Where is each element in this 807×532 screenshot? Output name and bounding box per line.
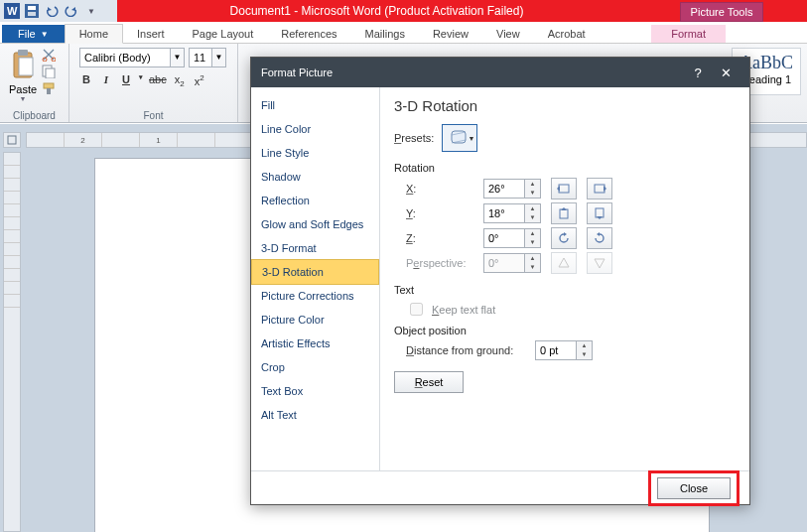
- rotate-y-down-icon[interactable]: [587, 202, 612, 224]
- presets-dropdown[interactable]: ▼: [442, 124, 477, 152]
- font-size-input[interactable]: [189, 48, 212, 67]
- nav-picture-corrections[interactable]: Picture Corrections: [251, 284, 379, 308]
- paste-label[interactable]: Paste: [9, 83, 37, 95]
- tab-mailings[interactable]: Mailings: [351, 25, 419, 43]
- tab-acrobat[interactable]: Acrobat: [534, 25, 600, 43]
- qat-dropdown-icon[interactable]: ▼: [82, 2, 100, 20]
- vertical-ruler[interactable]: [3, 152, 21, 532]
- window-title: Document1 - Microsoft Word (Product Acti…: [117, 0, 636, 22]
- rotate-y-up-icon[interactable]: [551, 202, 577, 224]
- chevron-down-icon: ▼: [468, 135, 474, 142]
- nav-artistic-effects[interactable]: Artistic Effects: [251, 332, 379, 355]
- tab-review[interactable]: Review: [419, 25, 482, 43]
- svg-rect-14: [8, 136, 16, 144]
- tab-references[interactable]: References: [267, 25, 350, 43]
- svg-rect-6: [18, 50, 28, 56]
- nav-glow[interactable]: Glow and Soft Edges: [251, 212, 379, 236]
- nav-3d-rotation[interactable]: 3-D Rotation: [251, 259, 379, 285]
- svg-rect-17: [595, 185, 605, 193]
- svg-rect-16: [559, 185, 569, 193]
- redo-icon[interactable]: [63, 2, 80, 20]
- file-tab-label: File: [18, 28, 36, 40]
- quick-access-toolbar: W ▼: [0, 0, 117, 22]
- panel-heading: 3-D Rotation: [394, 97, 736, 114]
- x-spinner[interactable]: ▲▼: [483, 179, 541, 199]
- bold-button[interactable]: B: [79, 73, 93, 88]
- group-label-font: Font: [69, 110, 237, 121]
- nav-line-color[interactable]: Line Color: [251, 117, 379, 141]
- distance-spinner[interactable]: ▲▼: [535, 340, 593, 360]
- rotation-section-label: Rotation: [394, 162, 736, 174]
- reset-button[interactable]: Reset: [394, 371, 464, 393]
- tab-view[interactable]: View: [482, 25, 534, 43]
- svg-rect-7: [19, 58, 33, 75]
- strikethrough-button[interactable]: abc: [149, 73, 167, 88]
- y-label: Y:: [406, 207, 473, 219]
- svg-rect-11: [46, 68, 55, 78]
- file-tab[interactable]: File ▼: [2, 25, 65, 43]
- x-label: X:: [406, 183, 473, 195]
- subscript-button[interactable]: x2: [173, 73, 187, 88]
- highlight-annotation: Close: [648, 470, 740, 506]
- tab-format[interactable]: Format: [651, 25, 726, 43]
- nav-3d-format[interactable]: 3-D Format: [251, 236, 379, 260]
- distance-from-ground-label: Distance from ground:: [406, 344, 525, 356]
- nav-text-box[interactable]: Text Box: [251, 379, 379, 403]
- presets-label: Presets:: [394, 132, 434, 144]
- perspective-down-icon: [587, 252, 612, 274]
- rotate-x-right-icon[interactable]: [587, 178, 612, 200]
- z-label: Z:: [406, 232, 473, 244]
- tab-home[interactable]: Home: [65, 24, 123, 44]
- nav-line-style[interactable]: Line Style: [251, 141, 379, 165]
- paste-dropdown-icon[interactable]: ▼: [20, 95, 27, 102]
- nav-shadow[interactable]: Shadow: [251, 165, 379, 189]
- nav-reflection[interactable]: Reflection: [251, 189, 379, 212]
- svg-rect-4: [28, 12, 36, 16]
- text-section-label: Text: [394, 284, 736, 296]
- copy-icon[interactable]: [42, 65, 56, 78]
- cut-icon[interactable]: [42, 48, 56, 62]
- y-spinner[interactable]: ▲▼: [483, 203, 541, 223]
- contextual-tab-label: Picture Tools: [680, 2, 764, 22]
- dialog-title: Format Picture: [261, 66, 333, 78]
- tab-insert[interactable]: Insert: [123, 25, 179, 43]
- svg-rect-13: [47, 88, 51, 94]
- nav-crop[interactable]: Crop: [251, 355, 379, 379]
- chevron-down-icon: ▼: [41, 30, 49, 39]
- rotate-z-ccw-icon[interactable]: [551, 227, 577, 249]
- keep-text-flat-label: Keep text flat: [432, 304, 495, 316]
- help-icon[interactable]: ?: [684, 66, 712, 80]
- save-icon[interactable]: [23, 2, 41, 20]
- format-painter-icon[interactable]: [42, 81, 56, 95]
- rotate-x-left-icon[interactable]: [551, 178, 577, 200]
- z-spinner[interactable]: ▲▼: [483, 228, 541, 248]
- svg-rect-19: [596, 208, 604, 217]
- perspective-label: Perspective:: [406, 257, 473, 269]
- perspective-spinner: ▲▼: [483, 253, 541, 273]
- undo-icon[interactable]: [43, 2, 61, 20]
- group-label-clipboard: Clipboard: [0, 110, 68, 121]
- dialog-nav: Fill Line Color Line Style Shadow Reflec…: [251, 87, 380, 470]
- superscript-button[interactable]: x2: [193, 73, 206, 88]
- nav-fill[interactable]: Fill: [251, 93, 379, 117]
- object-position-section-label: Object position: [394, 325, 736, 336]
- close-icon[interactable]: ✕: [712, 66, 740, 80]
- nav-alt-text[interactable]: Alt Text: [251, 403, 379, 427]
- close-button[interactable]: Close: [657, 477, 731, 499]
- svg-rect-3: [28, 6, 36, 10]
- font-name-input[interactable]: [79, 48, 171, 67]
- ruler-corner[interactable]: [3, 132, 21, 148]
- underline-button[interactable]: U: [119, 73, 133, 88]
- nav-picture-color[interactable]: Picture Color: [251, 308, 379, 332]
- keep-text-flat-checkbox: [410, 303, 423, 316]
- format-picture-dialog: Format Picture ? ✕ Fill Line Color Line …: [250, 57, 750, 505]
- svg-rect-12: [44, 83, 54, 88]
- tab-page-layout[interactable]: Page Layout: [179, 25, 268, 43]
- svg-text:W: W: [7, 5, 18, 17]
- rotate-z-cw-icon[interactable]: [587, 227, 612, 249]
- svg-rect-18: [560, 209, 568, 218]
- italic-button[interactable]: I: [99, 73, 113, 88]
- paste-icon[interactable]: [8, 46, 38, 83]
- ribbon-tabs: File ▼ Home Insert Page Layout Reference…: [0, 22, 807, 44]
- perspective-up-icon: [551, 252, 577, 274]
